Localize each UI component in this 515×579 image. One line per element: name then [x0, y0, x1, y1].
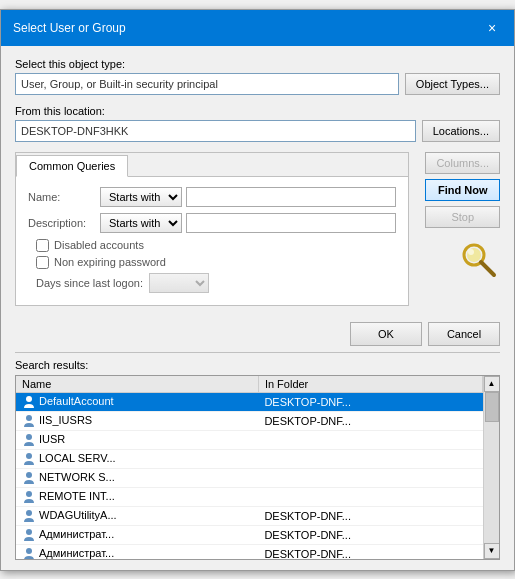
cell-name: LOCAL SERV... — [16, 449, 258, 468]
cell-folder: DESKTOP-DNF... — [258, 526, 482, 545]
right-buttons: Columns... Find Now Stop — [425, 152, 500, 281]
days-row: Days since last logon: — [28, 273, 396, 293]
table-row[interactable]: NETWORK S... — [16, 468, 483, 487]
location-input[interactable] — [15, 120, 416, 142]
description-label: Description: — [28, 217, 100, 229]
name-label: Name: — [28, 191, 100, 203]
col-folder: In Folder — [258, 376, 482, 393]
svg-point-11 — [26, 529, 32, 535]
cell-name: Администрат... — [16, 526, 258, 545]
scroll-down-button[interactable]: ▼ — [484, 543, 500, 559]
select-user-dialog: Select User or Group × Select this objec… — [0, 9, 515, 571]
cell-name: Администрат... — [16, 545, 258, 560]
days-label: Days since last logon: — [36, 277, 143, 289]
disabled-accounts-checkbox[interactable] — [36, 239, 49, 252]
svg-point-5 — [26, 415, 32, 421]
results-table-wrapper: Name In Folder DefaultAccountDESKTOP-DNF… — [15, 375, 500, 560]
cell-folder — [258, 468, 482, 487]
tab-container: Common Queries Name: Starts with Is exac… — [15, 152, 409, 306]
desc-filter-input[interactable] — [186, 213, 396, 233]
svg-point-10 — [26, 510, 32, 516]
cell-name: REMOTE INT... — [16, 487, 258, 506]
col-name: Name — [16, 376, 258, 393]
results-section: Search results: Name In Folder DefaultAc… — [15, 352, 500, 560]
results-label: Search results: — [15, 359, 500, 371]
non-expiring-label[interactable]: Non expiring password — [54, 256, 166, 268]
ok-button[interactable]: OK — [350, 322, 422, 346]
svg-point-8 — [26, 472, 32, 478]
cell-name: WDAGUtilityA... — [16, 507, 258, 526]
table-row[interactable]: IUSR — [16, 430, 483, 449]
object-type-label: Select this object type: — [15, 58, 500, 70]
name-filter-group: Starts with Is exactly — [100, 187, 396, 207]
cell-folder — [258, 430, 482, 449]
results-table: Name In Folder DefaultAccountDESKTOP-DNF… — [16, 376, 483, 560]
name-row: Name: Starts with Is exactly — [28, 187, 396, 207]
cancel-button[interactable]: Cancel — [428, 322, 500, 346]
stop-button[interactable]: Stop — [425, 206, 500, 228]
table-row[interactable]: WDAGUtilityA...DESKTOP-DNF... — [16, 507, 483, 526]
cell-folder: DESKTOP-DNF... — [258, 545, 482, 560]
non-expiring-checkbox[interactable] — [36, 256, 49, 269]
desc-filter-group: Starts with Is exactly — [100, 213, 396, 233]
object-type-input[interactable] — [15, 73, 399, 95]
disabled-accounts-row: Disabled accounts — [28, 239, 396, 252]
results-header: Name In Folder — [16, 376, 483, 393]
title-bar: Select User or Group × — [1, 10, 514, 46]
cell-name: DefaultAccount — [16, 392, 258, 411]
cell-name: IUSR — [16, 430, 258, 449]
name-filter-input[interactable] — [186, 187, 396, 207]
results-body: DefaultAccountDESKTOP-DNF...IIS_IUSRSDES… — [16, 392, 483, 560]
svg-point-12 — [26, 548, 32, 554]
object-type-row: Object Types... — [15, 73, 500, 95]
dialog-body: Select this object type: Object Types...… — [1, 46, 514, 570]
svg-point-4 — [26, 396, 32, 402]
tab-body: Name: Starts with Is exactly D — [16, 177, 408, 305]
tab-section: Common Queries Name: Starts with Is exac… — [15, 152, 500, 316]
tab-header: Common Queries — [16, 153, 408, 177]
tab-wrapper: Common Queries Name: Starts with Is exac… — [15, 152, 409, 316]
cell-name: NETWORK S... — [16, 468, 258, 487]
cell-folder — [258, 487, 482, 506]
search-icon — [458, 239, 500, 281]
close-button[interactable]: × — [482, 18, 502, 38]
svg-point-6 — [26, 434, 32, 440]
desc-filter-select[interactable]: Starts with Is exactly — [100, 213, 182, 233]
table-row[interactable]: Администрат...DESKTOP-DNF... — [16, 545, 483, 560]
scroll-track — [484, 392, 499, 543]
cell-folder: DESKTOP-DNF... — [258, 507, 482, 526]
table-row[interactable]: REMOTE INT... — [16, 487, 483, 506]
name-filter-select[interactable]: Starts with Is exactly — [100, 187, 182, 207]
object-types-button[interactable]: Object Types... — [405, 73, 500, 95]
table-row[interactable]: LOCAL SERV... — [16, 449, 483, 468]
svg-point-9 — [26, 491, 32, 497]
svg-line-2 — [481, 262, 494, 275]
cell-folder — [258, 449, 482, 468]
columns-button[interactable]: Columns... — [425, 152, 500, 174]
scroll-thumb[interactable] — [485, 392, 499, 422]
table-row[interactable]: IIS_IUSRSDESKTOP-DNF... — [16, 411, 483, 430]
table-row[interactable]: Администрат...DESKTOP-DNF... — [16, 526, 483, 545]
table-row[interactable]: DefaultAccountDESKTOP-DNF... — [16, 392, 483, 411]
cell-folder: DESKTOP-DNF... — [258, 411, 482, 430]
find-now-button[interactable]: Find Now — [425, 179, 500, 201]
non-expiring-row: Non expiring password — [28, 256, 396, 269]
scroll-up-button[interactable]: ▲ — [484, 376, 500, 392]
dialog-title: Select User or Group — [13, 21, 126, 35]
ok-cancel-row: OK Cancel — [15, 316, 500, 352]
disabled-accounts-label[interactable]: Disabled accounts — [54, 239, 144, 251]
days-select[interactable] — [149, 273, 209, 293]
svg-point-3 — [468, 249, 474, 255]
locations-button[interactable]: Locations... — [422, 120, 500, 142]
location-row: Locations... — [15, 120, 500, 142]
description-row: Description: Starts with Is exactly — [28, 213, 396, 233]
svg-point-7 — [26, 453, 32, 459]
common-queries-tab[interactable]: Common Queries — [16, 155, 128, 177]
cell-name: IIS_IUSRS — [16, 411, 258, 430]
scrollbar[interactable]: ▲ ▼ — [483, 376, 499, 559]
location-label: From this location: — [15, 105, 500, 117]
search-icon-area — [425, 233, 500, 281]
cell-folder: DESKTOP-DNF... — [258, 392, 482, 411]
